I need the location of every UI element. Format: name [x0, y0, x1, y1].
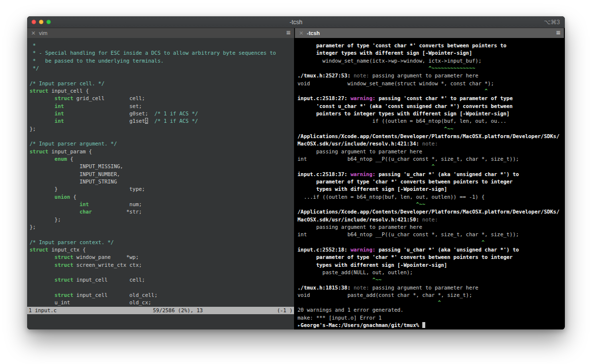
terminal-line: /* Input parser context. */: [30, 239, 294, 246]
terminal-line: input.c:2518:27: warning: passing 'const…: [297, 95, 564, 102]
split-panes: * * - Special handling for ESC inside a …: [27, 38, 565, 329]
terminal-line: types with different sign [-Wpointer-sig…: [297, 261, 564, 269]
vim-buffer: * * - Special handling for ESC inside a …: [27, 38, 294, 306]
window-title: -tcsh: [27, 16, 565, 28]
shell-pane-title: -tcsh: [307, 28, 320, 38]
hamburger-menu-icon[interactable]: ≡: [556, 28, 560, 37]
terminal-line: 20 warnings and 1 error generated.: [297, 306, 564, 314]
terminal-line: struct grid_cell cell;: [30, 95, 294, 102]
vim-pane[interactable]: * * - Special handling for ESC inside a …: [27, 38, 295, 329]
terminal-line: ...if ((outlen = b64_ntop(buf, len, out,…: [297, 193, 564, 201]
close-pane-icon[interactable]: ✕: [31, 28, 36, 38]
terminal-line: ./tmux.h:1815:38: note: passing argument…: [297, 284, 564, 291]
terminal-line: * be passed to the underlying terminals.: [30, 57, 294, 65]
terminal-line: passing argument to parameter here: [297, 148, 564, 155]
terminal-line: ^: [297, 87, 564, 95]
terminal-line: ^: [297, 239, 564, 246]
terminal-line: integer types with different sign [-Wpoi…: [297, 49, 564, 57]
terminal-line: passing argument to parameter here: [297, 223, 564, 231]
terminal-line: parameter of type 'const char *' convert…: [297, 42, 564, 49]
statusline-filename: 1 input.c: [29, 307, 57, 314]
shell-output: parameter of type 'const char *' convert…: [295, 38, 564, 329]
terminal-line: struct screen_write_ctx ctx;: [30, 261, 294, 269]
hamburger-menu-icon[interactable]: ≡: [286, 28, 291, 37]
terminal-line: int set;: [30, 103, 294, 110]
terminal-line: };: [30, 125, 294, 133]
vim-pane-titlebar[interactable]: ✕ vim ≡: [27, 28, 295, 38]
terminal-line: int b64_ntop __P((u_char const *, size_t…: [297, 231, 564, 238]
terminal-line: ^: [297, 299, 564, 306]
terminal-line: ^~~: [297, 125, 564, 133]
terminal-line: pointers to integer types with different…: [297, 110, 564, 117]
terminal-line: struct input_cell {: [30, 87, 294, 95]
vim-statusline: 1 input.c 59/2586 (2%), 13 (-1 ): [27, 307, 294, 314]
terminal-line: [30, 284, 294, 291]
statusline-position: 59/2586 (2%), 13: [153, 307, 203, 314]
terminal-line: struct input_param {: [30, 148, 294, 155]
desktop: -tcsh ⌥⌘3 ✕ vim ≡ ✕ -tcsh ≡ * * - Specia…: [0, 0, 592, 364]
terminal-line: struct input_cell cell;: [30, 276, 294, 284]
terminal-line: int g0set; /* 1 if ACS */: [30, 110, 294, 117]
terminal-line: *: [30, 42, 294, 49]
terminal-line: /Applications/Xcode.app/Contents/Develop…: [297, 208, 564, 216]
terminal-line: MacOSX.sdk/usr/include/resolv.h:421:34: …: [297, 140, 564, 147]
terminal-line: };: [30, 223, 294, 231]
terminal-line: void window_set_name(struct window *, co…: [297, 80, 564, 87]
terminal-line: int num;: [30, 201, 294, 208]
terminal-line: paste_add(NULL, out, outlen);: [297, 269, 564, 276]
terminal-line: ^~~: [297, 276, 564, 284]
terminal-line: window_set_name(ictx->wp->window, ictx->…: [297, 57, 564, 65]
terminal-line: 'const u_char *' (aka 'const unsigned ch…: [297, 103, 564, 110]
terminal-line: union {: [30, 193, 294, 201]
terminal-line: struct input_ctx {: [30, 246, 294, 254]
terminal-line: INPUT_STRING: [30, 178, 294, 185]
terminal-line: /* Input parser argument. */: [30, 140, 294, 147]
terminal-line: ./tmux.h:2527:53: note: passing argument…: [297, 72, 564, 79]
terminal-line: char *str;: [30, 208, 294, 216]
window-shortcut-badge: ⌥⌘3: [544, 16, 560, 28]
terminal-line: if ((outlen = b64_ntop(buf, len, out, ou…: [297, 117, 564, 125]
terminal-line: parameter of type 'char *' converts betw…: [297, 178, 564, 185]
terminal-line: [30, 72, 294, 79]
terminal-line: u_int old_cx;: [30, 299, 294, 306]
terminal-line: types with different sign [-Wpointer-sig…: [297, 185, 564, 193]
terminal-line: } type;: [30, 185, 294, 193]
shell-pane-titlebar[interactable]: ✕ -tcsh ≡: [295, 28, 564, 38]
terminal-line: /Applications/Xcode.app/Contents/Develop…: [297, 133, 564, 140]
pane-title-bars: ✕ vim ≡ ✕ -tcsh ≡: [27, 28, 565, 38]
terminal-window: -tcsh ⌥⌘3 ✕ vim ≡ ✕ -tcsh ≡ * * - Specia…: [27, 16, 565, 329]
terminal-line: int g1set; /* 1 if ACS */: [30, 117, 294, 125]
vim-pane-title: vim: [39, 28, 47, 38]
terminal-line: * - Special handling for ESC inside a DC…: [30, 49, 294, 57]
terminal-line: ^~~: [297, 201, 564, 208]
terminal-line: parameter of type 'char *' converts betw…: [297, 254, 564, 261]
terminal-line: void paste_add(const char *, char *, siz…: [297, 291, 564, 299]
terminal-line: INPUT_MISSING,: [30, 163, 294, 170]
terminal-line: ^~~~~~~~~~~~~~~: [297, 65, 564, 72]
terminal-line: INPUT_NUMBER,: [30, 171, 294, 178]
terminal-line: ▸George's-Mac:/Users/gnachman/git/tmux%: [297, 322, 564, 329]
terminal-line: struct window_pane *wp;: [30, 254, 294, 261]
terminal-line: struct input_cell old_cell;: [30, 291, 294, 299]
terminal-line: MacOSX.sdk/usr/include/resolv.h:421:50: …: [297, 216, 564, 223]
terminal-line: input.c:2552:18: warning: passing 'u_cha…: [297, 246, 564, 254]
terminal-line: [30, 231, 294, 238]
terminal-line: [30, 133, 294, 140]
terminal-line: make: *** [input.o] Error 1: [297, 314, 564, 322]
window-titlebar[interactable]: -tcsh ⌥⌘3: [27, 16, 565, 28]
close-pane-icon[interactable]: ✕: [299, 28, 303, 38]
terminal-line: };: [30, 216, 294, 223]
terminal-line: */: [30, 65, 294, 72]
statusline-extra: (-1 ): [277, 307, 293, 314]
terminal-line: ^: [297, 163, 564, 170]
terminal-line: /* Input parser cell. */: [30, 80, 294, 87]
terminal-line: int b64_ntop __P((u_char const *, size_t…: [297, 155, 564, 163]
terminal-line: input.c:2518:37: warning: passing 'u_cha…: [297, 171, 564, 178]
terminal-line: [30, 269, 294, 276]
terminal-line: enum {: [30, 155, 294, 163]
shell-pane[interactable]: parameter of type 'const char *' convert…: [295, 38, 564, 329]
